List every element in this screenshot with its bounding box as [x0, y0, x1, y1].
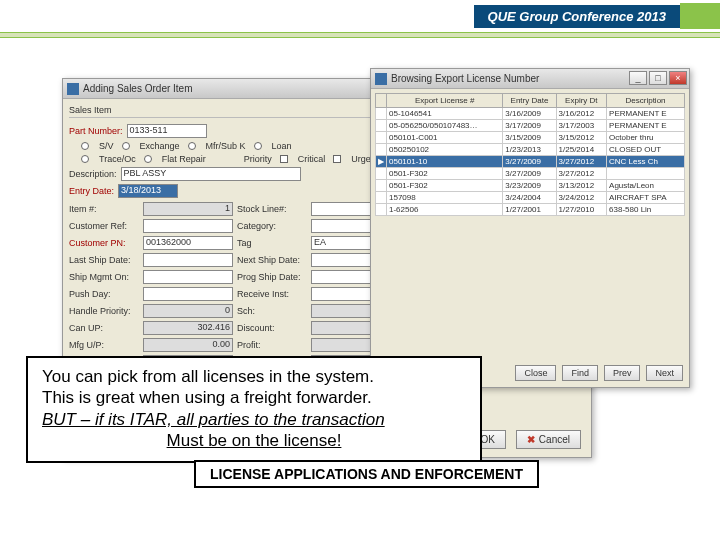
- radio-exchange[interactable]: [122, 142, 130, 150]
- header-accent: [680, 3, 720, 29]
- maximize-button[interactable]: □: [649, 71, 667, 85]
- table-row[interactable]: ▶050101-103/27/20093/27/2012CNC Less Ch: [376, 156, 685, 168]
- customer-ref-input[interactable]: [143, 219, 233, 233]
- minimize-button[interactable]: _: [629, 71, 647, 85]
- handle-priority-input[interactable]: 0: [143, 304, 233, 318]
- svg-rect-1: [375, 73, 387, 85]
- customer-pn-input[interactable]: 001362000: [143, 236, 233, 250]
- annotation-callout: You can pick from all licenses in the sy…: [26, 356, 482, 463]
- close-button[interactable]: ×: [669, 71, 687, 85]
- description-input[interactable]: PBL ASSY: [121, 167, 301, 181]
- table-row[interactable]: 1570983/24/20043/24/2012AIRCRAFT SPA: [376, 192, 685, 204]
- conference-title: QUE Group Conference 2013: [474, 5, 680, 28]
- callout-line: You can pick from all licenses in the sy…: [42, 366, 466, 387]
- cancel-button[interactable]: ✖Cancel: [516, 430, 581, 449]
- description-label: Description:: [69, 169, 117, 179]
- x-icon: ✖: [527, 434, 535, 445]
- ship-mgmt-input[interactable]: [143, 270, 233, 284]
- table-row[interactable]: 1-625061/27/20011/27/2010638-580 Lin: [376, 204, 685, 216]
- table-row[interactable]: 0502501021/23/20131/25/2014CLOSED OUT: [376, 144, 685, 156]
- license-browser-window: Browsing Export License Number _ □ × Exp…: [370, 68, 690, 388]
- column-header[interactable]: Export License #: [387, 94, 503, 108]
- license-table[interactable]: Export License #Entry DateExpiry DtDescr…: [375, 93, 685, 216]
- app-icon: [375, 73, 387, 85]
- app-icon: [67, 83, 79, 95]
- item-no-input[interactable]: 1: [143, 202, 233, 216]
- entry-date-label: Entry Date:: [69, 186, 114, 196]
- radio-loan[interactable]: [254, 142, 262, 150]
- column-header[interactable]: Description: [607, 94, 685, 108]
- part-number-label: Part Number:: [69, 126, 123, 136]
- push-day-input[interactable]: [143, 287, 233, 301]
- radio-mfrsubk[interactable]: [188, 142, 196, 150]
- table-row[interactable]: 0501-F3023/23/20093/13/2012Agusta/Leon: [376, 180, 685, 192]
- radio-sv[interactable]: [81, 142, 89, 150]
- table-row[interactable]: 05-056250/050107483…3/17/20093/17/2003PE…: [376, 120, 685, 132]
- table-row[interactable]: 05-10465413/16/20093/16/2012PERMANENT E: [376, 108, 685, 120]
- callout-line: BUT – if its ITAR, all parties to the tr…: [42, 409, 466, 430]
- column-header[interactable]: Entry Date: [503, 94, 556, 108]
- mfg-up-input[interactable]: 0.00: [143, 338, 233, 352]
- entry-date-input[interactable]: 3/18/2013: [118, 184, 178, 198]
- check-urgent[interactable]: [333, 155, 341, 163]
- table-row[interactable]: 050101-C0013/15/20093/15/2012October thr…: [376, 132, 685, 144]
- window-title: Adding Sales Order Item: [83, 83, 193, 94]
- window-title: Browsing Export License Number: [391, 73, 539, 84]
- column-header[interactable]: Expiry Dt: [556, 94, 606, 108]
- part-number-input[interactable]: 0133-511: [127, 124, 207, 138]
- callout-line: Must be on the license!: [42, 430, 466, 451]
- find-button[interactable]: Find: [562, 365, 598, 381]
- last-ship-input[interactable]: [143, 253, 233, 267]
- svg-rect-0: [67, 83, 79, 95]
- prev-button[interactable]: Prev: [604, 365, 641, 381]
- radio-flat[interactable]: [144, 155, 152, 163]
- tab-sales-item[interactable]: Sales Item: [69, 105, 112, 115]
- page-header: QUE Group Conference 2013: [0, 0, 720, 32]
- window-titlebar[interactable]: Browsing Export License Number _ □ ×: [371, 69, 689, 89]
- callout-line: This is great when using a freight forwa…: [42, 387, 466, 408]
- table-row[interactable]: 0501-F3023/27/20093/27/2012: [376, 168, 685, 180]
- check-critical[interactable]: [280, 155, 288, 163]
- next-button[interactable]: Next: [646, 365, 683, 381]
- column-header[interactable]: [376, 94, 387, 108]
- close-list-button[interactable]: Close: [515, 365, 556, 381]
- can-up-input[interactable]: 302.416: [143, 321, 233, 335]
- slide-footer-label: LICENSE APPLICATIONS AND ENFORCEMENT: [194, 460, 539, 488]
- radio-trace[interactable]: [81, 155, 89, 163]
